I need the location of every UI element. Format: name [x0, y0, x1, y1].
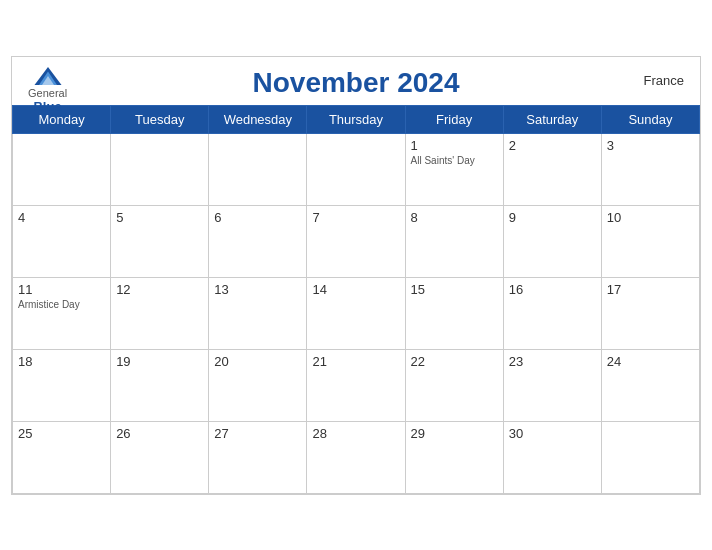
day-number: 8: [411, 210, 498, 225]
logo-blue-text: Blue: [33, 99, 61, 114]
header-saturday: Saturday: [503, 105, 601, 133]
calendar-day-cell: 27: [209, 421, 307, 493]
calendar-day-cell: 29: [405, 421, 503, 493]
header-wednesday: Wednesday: [209, 105, 307, 133]
header-tuesday: Tuesday: [111, 105, 209, 133]
day-number: 9: [509, 210, 596, 225]
day-number: 29: [411, 426, 498, 441]
calendar-day-cell: 9: [503, 205, 601, 277]
calendar-day-cell: 12: [111, 277, 209, 349]
day-number: 5: [116, 210, 203, 225]
day-number: 16: [509, 282, 596, 297]
calendar-day-cell: 1All Saints' Day: [405, 133, 503, 205]
day-number: 25: [18, 426, 105, 441]
day-number: 23: [509, 354, 596, 369]
calendar-day-cell: 10: [601, 205, 699, 277]
logo-icon: [33, 65, 63, 87]
calendar-day-cell: 8: [405, 205, 503, 277]
calendar-table: Monday Tuesday Wednesday Thursday Friday…: [12, 105, 700, 494]
day-number: 22: [411, 354, 498, 369]
holiday-name: Armistice Day: [18, 299, 105, 310]
header-sunday: Sunday: [601, 105, 699, 133]
calendar-day-cell: 26: [111, 421, 209, 493]
day-number: 28: [312, 426, 399, 441]
calendar-day-cell: 11Armistice Day: [13, 277, 111, 349]
calendar-day-cell: 24: [601, 349, 699, 421]
weekday-header-row: Monday Tuesday Wednesday Thursday Friday…: [13, 105, 700, 133]
calendar-day-cell: 18: [13, 349, 111, 421]
day-number: 30: [509, 426, 596, 441]
calendar-day-cell: 5: [111, 205, 209, 277]
day-number: 24: [607, 354, 694, 369]
day-number: 19: [116, 354, 203, 369]
day-number: 12: [116, 282, 203, 297]
holiday-name: All Saints' Day: [411, 155, 498, 166]
calendar-body: 1All Saints' Day234567891011Armistice Da…: [13, 133, 700, 493]
day-number: 1: [411, 138, 498, 153]
calendar-day-cell: 4: [13, 205, 111, 277]
day-number: 14: [312, 282, 399, 297]
calendar-container: General Blue November 2024 France Monday…: [11, 56, 701, 495]
calendar-day-cell: [209, 133, 307, 205]
country-label: France: [644, 73, 684, 88]
calendar-day-cell: 3: [601, 133, 699, 205]
calendar-day-cell: 21: [307, 349, 405, 421]
calendar-day-cell: 6: [209, 205, 307, 277]
calendar-day-cell: 17: [601, 277, 699, 349]
day-number: 6: [214, 210, 301, 225]
calendar-week-row: 45678910: [13, 205, 700, 277]
logo-area: General Blue: [28, 65, 67, 114]
calendar-day-cell: 13: [209, 277, 307, 349]
calendar-day-cell: 22: [405, 349, 503, 421]
day-number: 11: [18, 282, 105, 297]
calendar-week-row: 11Armistice Day121314151617: [13, 277, 700, 349]
header-thursday: Thursday: [307, 105, 405, 133]
day-number: 26: [116, 426, 203, 441]
calendar-day-cell: 30: [503, 421, 601, 493]
calendar-header: General Blue November 2024 France: [12, 57, 700, 105]
calendar-week-row: 18192021222324: [13, 349, 700, 421]
calendar-day-cell: 28: [307, 421, 405, 493]
calendar-day-cell: 7: [307, 205, 405, 277]
calendar-day-cell: [307, 133, 405, 205]
day-number: 21: [312, 354, 399, 369]
day-number: 17: [607, 282, 694, 297]
calendar-day-cell: [13, 133, 111, 205]
day-number: 3: [607, 138, 694, 153]
calendar-day-cell: [111, 133, 209, 205]
day-number: 13: [214, 282, 301, 297]
day-number: 18: [18, 354, 105, 369]
day-number: 27: [214, 426, 301, 441]
calendar-day-cell: [601, 421, 699, 493]
calendar-day-cell: 15: [405, 277, 503, 349]
calendar-day-cell: 2: [503, 133, 601, 205]
calendar-day-cell: 16: [503, 277, 601, 349]
logo-general-text: General: [28, 87, 67, 99]
calendar-week-row: 252627282930: [13, 421, 700, 493]
day-number: 7: [312, 210, 399, 225]
calendar-week-row: 1All Saints' Day23: [13, 133, 700, 205]
header-friday: Friday: [405, 105, 503, 133]
calendar-day-cell: 19: [111, 349, 209, 421]
day-number: 2: [509, 138, 596, 153]
calendar-day-cell: 14: [307, 277, 405, 349]
day-number: 20: [214, 354, 301, 369]
calendar-day-cell: 23: [503, 349, 601, 421]
calendar-title: November 2024: [252, 67, 459, 99]
calendar-day-cell: 25: [13, 421, 111, 493]
day-number: 10: [607, 210, 694, 225]
day-number: 4: [18, 210, 105, 225]
calendar-day-cell: 20: [209, 349, 307, 421]
day-number: 15: [411, 282, 498, 297]
